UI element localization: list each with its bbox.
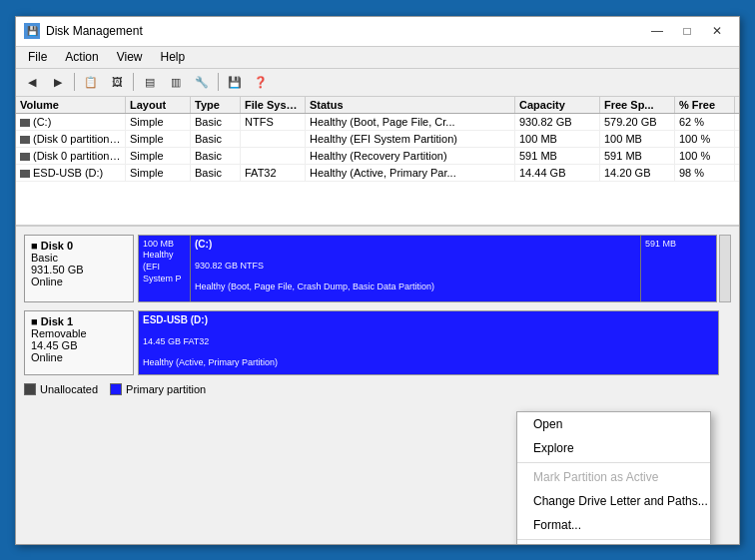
disk0-partition-c[interactable]: (C:) 930.82 GB NTFS Healthy (Boot, Page … bbox=[191, 236, 641, 301]
ctx-open[interactable]: Open bbox=[517, 412, 710, 436]
cell-layout-1: Simple bbox=[126, 131, 191, 147]
table-row[interactable]: (Disk 0 partition 1) Simple Basic Health… bbox=[16, 131, 739, 148]
cell-capacity-1: 100 MB bbox=[515, 131, 600, 147]
table-row[interactable]: ESD-USB (D:) Simple Basic FAT32 Healthy … bbox=[16, 165, 739, 182]
cell-pct-2: 100 % bbox=[675, 148, 735, 164]
disk1-usb-status: Healthy (Active, Primary Partition) bbox=[143, 357, 714, 367]
menu-bar: File Action View Help bbox=[16, 47, 739, 69]
cell-volume-2: (Disk 0 partition 5) bbox=[16, 148, 126, 164]
disk1-info: ■ Disk 1 Removable 14.45 GB Online bbox=[24, 310, 134, 375]
ctx-extend-volume[interactable]: Extend Volume... bbox=[517, 542, 710, 544]
cell-free-1: 100 MB bbox=[600, 131, 675, 147]
ctx-mark-active: Mark Partition as Active bbox=[517, 465, 710, 489]
col-header-layout[interactable]: Layout bbox=[126, 97, 191, 113]
disk0-row: ■ Disk 0 Basic 931.50 GB Online 100 MBHe… bbox=[24, 235, 731, 302]
cell-fs-3: FAT32 bbox=[241, 165, 306, 181]
cell-type-2: Basic bbox=[191, 148, 241, 164]
menu-file[interactable]: File bbox=[20, 48, 55, 66]
toolbar-btn-4[interactable]: ▥ bbox=[164, 71, 188, 93]
cell-capacity-0: 930.82 GB bbox=[515, 114, 600, 130]
cell-layout-2: Simple bbox=[126, 148, 191, 164]
window-icon: 💾 bbox=[24, 23, 40, 39]
legend-unallocated: Unallocated bbox=[24, 383, 98, 395]
col-header-type[interactable]: Type bbox=[191, 97, 241, 113]
minimize-button[interactable]: — bbox=[643, 21, 671, 41]
window-title: Disk Management bbox=[46, 24, 643, 38]
ctx-sep-2 bbox=[517, 539, 710, 540]
cell-pct-3: 98 % bbox=[675, 165, 735, 181]
disk0-recovery-label: 591 MB bbox=[645, 239, 712, 249]
volume-table: Volume Layout Type File System Status Ca… bbox=[16, 97, 739, 227]
forward-button[interactable]: ▶ bbox=[46, 71, 70, 93]
toolbar-btn-7[interactable]: ❓ bbox=[249, 71, 273, 93]
context-menu: Open Explore Mark Partition as Active Ch… bbox=[516, 411, 711, 544]
cell-status-1: Healthy (EFI System Partition) bbox=[306, 131, 515, 147]
cell-type-1: Basic bbox=[191, 131, 241, 147]
col-header-pctfree[interactable]: % Free bbox=[675, 97, 735, 113]
vertical-scrollbar[interactable] bbox=[719, 235, 731, 302]
legend: Unallocated Primary partition bbox=[24, 383, 731, 395]
col-header-fs[interactable]: File System bbox=[241, 97, 306, 113]
disk-map-section: ■ Disk 0 Basic 931.50 GB Online 100 MBHe… bbox=[16, 227, 739, 544]
col-header-volume[interactable]: Volume bbox=[16, 97, 126, 113]
disk0-c-label: (C:) bbox=[195, 239, 636, 250]
menu-help[interactable]: Help bbox=[153, 48, 194, 66]
ctx-format[interactable]: Format... bbox=[517, 513, 710, 537]
cell-status-2: Healthy (Recovery Partition) bbox=[306, 148, 515, 164]
cell-fs-0: NTFS bbox=[241, 114, 306, 130]
toolbar-btn-5[interactable]: 🔧 bbox=[190, 71, 214, 93]
col-header-freesp[interactable]: Free Sp... bbox=[600, 97, 675, 113]
cell-free-2: 591 MB bbox=[600, 148, 675, 164]
disk1-partitions: ESD-USB (D:) 14.45 GB FAT32 Healthy (Act… bbox=[138, 310, 719, 375]
title-bar-controls: — □ ✕ bbox=[643, 21, 731, 41]
cell-pct-1: 100 % bbox=[675, 131, 735, 147]
main-content: Volume Layout Type File System Status Ca… bbox=[16, 97, 739, 544]
table-row[interactable]: (Disk 0 partition 5) Simple Basic Health… bbox=[16, 148, 739, 165]
title-bar: 💾 Disk Management — □ ✕ bbox=[16, 17, 739, 47]
disk0-info: ■ Disk 0 Basic 931.50 GB Online bbox=[24, 235, 134, 302]
toolbar-btn-2[interactable]: 🖼 bbox=[105, 71, 129, 93]
col-header-status[interactable]: Status bbox=[306, 97, 515, 113]
disk1-partition-usb[interactable]: ESD-USB (D:) 14.45 GB FAT32 Healthy (Act… bbox=[139, 311, 718, 374]
cell-status-0: Healthy (Boot, Page File, Cr... bbox=[306, 114, 515, 130]
cell-pct-0: 62 % bbox=[675, 114, 735, 130]
toolbar-btn-6[interactable]: 💾 bbox=[223, 71, 247, 93]
close-button[interactable]: ✕ bbox=[703, 21, 731, 41]
toolbar: ◀ ▶ 📋 🖼 ▤ ▥ 🔧 💾 ❓ bbox=[16, 69, 739, 97]
cell-free-3: 14.20 GB bbox=[600, 165, 675, 181]
cell-capacity-3: 14.44 GB bbox=[515, 165, 600, 181]
disk0-size: 931.50 GB bbox=[31, 264, 127, 276]
disk0-c-size: 930.82 GB NTFS bbox=[195, 261, 636, 271]
disk1-type: Removable bbox=[31, 327, 127, 339]
disk1-size: 14.45 GB bbox=[31, 339, 127, 351]
back-button[interactable]: ◀ bbox=[20, 71, 44, 93]
disk0-partition-recovery[interactable]: 591 MB bbox=[641, 236, 716, 301]
table-row[interactable]: (C:) Simple Basic NTFS Healthy (Boot, Pa… bbox=[16, 114, 739, 131]
disk0-status: Online bbox=[31, 276, 127, 287]
toolbar-btn-1[interactable]: 📋 bbox=[79, 71, 103, 93]
toolbar-separator-3 bbox=[218, 73, 219, 91]
cell-fs-1 bbox=[241, 131, 306, 147]
cell-volume-3: ESD-USB (D:) bbox=[16, 165, 126, 181]
cell-volume-1: (Disk 0 partition 1) bbox=[16, 131, 126, 147]
col-header-capacity[interactable]: Capacity bbox=[515, 97, 600, 113]
disk0-partition-efi[interactable]: 100 MBHealthy (EFI System P bbox=[139, 236, 191, 301]
ctx-sep-1 bbox=[517, 462, 710, 463]
toolbar-btn-3[interactable]: ▤ bbox=[138, 71, 162, 93]
disk-management-window: 💾 Disk Management — □ ✕ File Action View… bbox=[15, 16, 740, 545]
disk1-status: Online bbox=[31, 351, 127, 363]
disk1-name: ■ Disk 1 bbox=[31, 315, 127, 327]
cell-type-3: Basic bbox=[191, 165, 241, 181]
maximize-button[interactable]: □ bbox=[673, 21, 701, 41]
disk0-c-status: Healthy (Boot, Page File, Crash Dump, Ba… bbox=[195, 281, 636, 291]
ctx-explore[interactable]: Explore bbox=[517, 436, 710, 460]
disk0-partitions: 100 MBHealthy (EFI System P (C:) 930.82 … bbox=[138, 235, 717, 302]
menu-action[interactable]: Action bbox=[57, 48, 106, 66]
legend-primary: Primary partition bbox=[110, 383, 206, 395]
menu-view[interactable]: View bbox=[109, 48, 151, 66]
cell-status-3: Healthy (Active, Primary Par... bbox=[306, 165, 515, 181]
cell-volume-0: (C:) bbox=[16, 114, 126, 130]
ctx-change-drive-letter[interactable]: Change Drive Letter and Paths... bbox=[517, 489, 710, 513]
cell-free-0: 579.20 GB bbox=[600, 114, 675, 130]
scrollbar-spacer bbox=[719, 310, 731, 375]
